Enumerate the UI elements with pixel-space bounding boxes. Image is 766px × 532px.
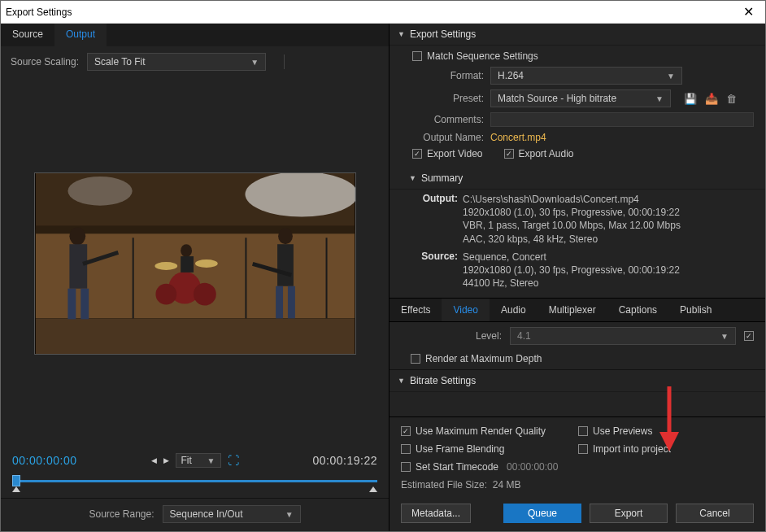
tab-effects[interactable]: Effects [390, 299, 442, 321]
export-audio-checkbox[interactable] [504, 149, 514, 159]
tab-output[interactable]: Output [54, 24, 107, 46]
svg-point-16 [278, 228, 293, 244]
format-dropdown[interactable]: H.264 ▼ [490, 67, 682, 85]
use-max-quality-label: Use Maximum Render Quality [416, 425, 546, 437]
bitrate-header[interactable]: ▼ Bitrate Settings [390, 370, 765, 392]
preset-value: Match Source - High bitrate [498, 93, 616, 104]
level-dropdown[interactable]: 4.1 ▼ [510, 327, 736, 345]
export-audio-label: Export Audio [519, 148, 574, 159]
summary-title: Summary [421, 172, 463, 184]
summary-source-line: 44100 Hz, Stereo [463, 277, 754, 290]
use-frame-blending-checkbox[interactable] [401, 444, 411, 454]
crop-icon[interactable]: ⛶ [228, 454, 239, 467]
left-panel: Source Output Source Scaling: Scale To F… [1, 24, 390, 531]
comments-label: Comments: [412, 114, 484, 125]
tab-audio[interactable]: Audio [490, 299, 538, 321]
summary-source-line: Sequence, Concert [463, 251, 754, 264]
video-preview[interactable] [34, 172, 356, 355]
next-frame-icon[interactable]: ▶ [163, 456, 169, 464]
render-max-depth-label: Render at Maximum Depth [425, 353, 542, 364]
source-range-dropdown[interactable]: Sequence In/Out ▼ [163, 505, 301, 523]
cancel-button[interactable]: Cancel [676, 504, 754, 523]
svg-rect-17 [277, 244, 294, 286]
source-range-label: Source Range: [89, 508, 154, 520]
prev-frame-icon[interactable]: ◀ [151, 456, 157, 464]
svg-rect-6 [67, 288, 76, 319]
metadata-button[interactable]: Metadata... [401, 504, 471, 523]
tab-multiplexer[interactable]: Multiplexer [538, 299, 607, 321]
svg-rect-7 [81, 288, 89, 319]
left-tabs: Source Output [1, 24, 389, 46]
summary-source-line: 1920x1080 (1.0), 30 fps, Progressive, 00… [463, 264, 754, 277]
set-start-timecode-label: Set Start Timecode [416, 461, 498, 473]
window-title: Export Settings [6, 7, 736, 18]
out-point-marker[interactable] [369, 486, 377, 492]
svg-rect-23 [325, 238, 327, 318]
close-icon[interactable]: ✕ [736, 4, 760, 20]
level-match-checkbox[interactable] [744, 331, 754, 341]
summary-output-line: 1920x1080 (1.0), 30 fps, Progressive, 00… [463, 206, 754, 219]
set-start-timecode-checkbox[interactable] [401, 462, 411, 472]
export-settings-header[interactable]: ▼ Export Settings [390, 24, 765, 46]
timeline-playhead[interactable] [12, 475, 20, 486]
delete-preset-icon[interactable]: 🗑 [726, 93, 737, 105]
timecode-out[interactable]: 00:00:19:22 [313, 454, 377, 467]
source-scaling-value: Scale To Fit [94, 56, 145, 68]
preset-label: Preset: [412, 93, 484, 104]
tab-publish[interactable]: Publish [668, 299, 723, 321]
tab-source[interactable]: Source [1, 24, 54, 46]
queue-button[interactable]: Queue [503, 504, 581, 523]
import-into-project-checkbox[interactable] [578, 444, 588, 454]
export-video-checkbox[interactable] [412, 149, 422, 159]
chevron-down-icon: ▼ [207, 456, 215, 465]
estimated-size-value: 24 MB [493, 479, 521, 491]
export-video-label: Export Video [427, 148, 483, 159]
use-frame-blending-label: Use Frame Blending [416, 443, 504, 455]
svg-rect-5 [69, 244, 87, 289]
timecode-in[interactable]: 00:00:00:00 [12, 454, 76, 467]
chevron-down-icon: ▼ [250, 58, 259, 67]
preset-dropdown[interactable]: Match Source - High bitrate ▼ [490, 89, 671, 107]
tab-video[interactable]: Video [442, 299, 489, 321]
render-max-depth-checkbox[interactable] [411, 354, 420, 364]
zoom-fit-dropdown[interactable]: Fit ▼ [176, 453, 221, 468]
svg-rect-2 [35, 318, 354, 354]
in-point-marker[interactable] [12, 486, 20, 492]
preview-render [35, 173, 355, 354]
match-sequence-label: Match Sequence Settings [427, 50, 538, 62]
summary-header[interactable]: ▼ Summary [390, 168, 765, 190]
use-max-quality-checkbox[interactable] [401, 426, 411, 436]
save-preset-icon[interactable]: 💾 [684, 93, 697, 105]
encode-tabs: Effects Video Audio Multiplexer Captions… [390, 298, 765, 322]
summary-output-label: Output: [412, 193, 458, 246]
svg-point-13 [195, 259, 218, 268]
svg-rect-18 [276, 286, 283, 318]
tab-captions[interactable]: Captions [607, 299, 668, 321]
svg-point-25 [67, 176, 132, 205]
source-scaling-label: Source Scaling: [11, 56, 79, 68]
svg-point-4 [69, 227, 85, 245]
twirl-down-icon[interactable]: ▼ [398, 30, 405, 38]
svg-point-11 [155, 283, 176, 304]
export-settings-title: Export Settings [410, 28, 476, 40]
timeline[interactable] [1, 472, 389, 498]
comments-input[interactable] [490, 112, 754, 127]
summary-output-line: C:\Users\shash\Downloads\Concert.mp4 [463, 193, 754, 206]
timecode-controls: ◀ ▶ Fit ▼ ⛶ [151, 453, 239, 468]
import-preset-icon[interactable]: 📥 [705, 93, 718, 105]
use-previews-label: Use Previews [593, 425, 652, 437]
output-name-link[interactable]: Concert.mp4 [490, 132, 546, 143]
source-scaling-dropdown[interactable]: Scale To Fit ▼ [87, 53, 266, 71]
svg-rect-21 [132, 238, 133, 318]
export-button[interactable]: Export [590, 504, 668, 523]
twirl-down-icon[interactable]: ▼ [398, 377, 405, 385]
button-row: Metadata... Queue Export Cancel [390, 499, 765, 531]
level-label: Level: [401, 330, 502, 342]
output-name-label: Output Name: [412, 132, 484, 143]
use-previews-checkbox[interactable] [578, 426, 588, 436]
twirl-down-icon[interactable]: ▼ [409, 174, 416, 182]
timeline-bar[interactable] [12, 477, 377, 486]
match-sequence-checkbox[interactable] [412, 51, 422, 61]
svg-rect-22 [245, 238, 246, 318]
summary-output-line: AAC, 320 kbps, 48 kHz, Stereo [463, 233, 754, 246]
